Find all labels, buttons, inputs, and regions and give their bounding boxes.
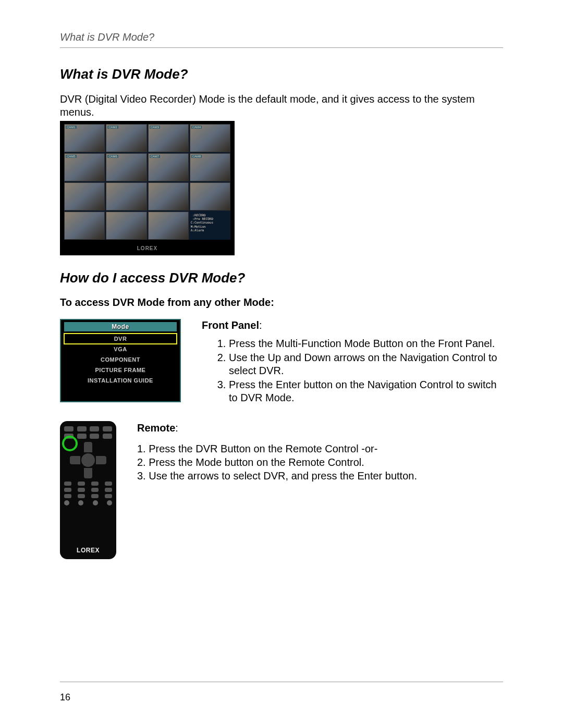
mode-menu-item-component: COMPONENT: [64, 354, 177, 365]
mode-menu-screenshot: Mode DVR VGA COMPONENT PICTURE FRAME INS…: [60, 319, 181, 402]
page-header: What is DVR Mode?: [60, 31, 503, 43]
cam-label: CAM1: [66, 126, 77, 129]
monitor-brand: LOREX: [60, 245, 235, 251]
mode-menu-item-picture-frame: PICTURE FRAME: [64, 365, 177, 375]
cam-label: CAM5: [66, 155, 77, 158]
cam-label: CAM8: [191, 155, 202, 158]
front-panel-steps: Press the Multi-Function Mode Button on …: [202, 337, 503, 404]
remote-step: 2. Press the Mode button on the Remote C…: [137, 455, 503, 469]
front-panel-instructions: Front Panel: Press the Multi-Function Mo…: [202, 319, 503, 405]
cam-label: CAM6: [107, 155, 118, 158]
section2-title: How do I access DVR Mode?: [60, 270, 503, 286]
mode-menu-item-vga: VGA: [64, 344, 177, 354]
front-panel-row: Mode DVR VGA COMPONENT PICTURE FRAME INS…: [60, 319, 503, 405]
front-panel-step: Press the Multi-Function Mode Button on …: [229, 337, 503, 350]
cam-label: CAM4: [191, 126, 202, 129]
section1-body: DVR (Digital Video Recorder) Mode is the…: [60, 93, 503, 119]
cam-label: CAM7: [150, 155, 161, 158]
status-box: :RECORD :Pre RECORD C:Continuous M:Motio…: [190, 212, 230, 240]
document-page: What is DVR Mode? What is DVR Mode? DVR …: [0, 0, 563, 728]
remote-control-image: LOREX: [60, 421, 116, 559]
remote-colon: :: [175, 422, 178, 434]
remote-instructions: Remote: 1. Press the DVR Button on the R…: [137, 421, 503, 559]
front-panel-colon: :: [259, 319, 262, 331]
divider-top: [60, 47, 503, 48]
remote-brand: LOREX: [60, 547, 116, 554]
remote-step: 1. Press the DVR Button on the Remote Co…: [137, 442, 503, 455]
page-number: 16: [60, 692, 70, 703]
dvr-screenshot: CAM1 CAM2 CAM3 CAM4 CAM5 CAM6 CAM7 CAM8 …: [60, 121, 235, 255]
mode-menu-item-dvr: DVR: [64, 334, 177, 344]
section1-title: What is DVR Mode?: [60, 66, 503, 82]
remote-row: LOREX Remote: 1. Press the DVR Button on…: [60, 421, 503, 559]
mode-menu-item-install-guide: INSTALLATION GUIDE: [64, 375, 177, 386]
camera-grid: CAM1 CAM2 CAM3 CAM4 CAM5 CAM6 CAM7 CAM8 …: [64, 124, 230, 240]
cam-label: CAM3: [150, 126, 161, 129]
section2-subheading: To access DVR Mode from any other Mode:: [60, 297, 503, 309]
mode-menu-title: Mode: [64, 322, 177, 331]
cam-label: CAM2: [107, 126, 118, 129]
remote-label: Remote: [137, 422, 175, 434]
divider-bottom: [60, 682, 503, 682]
front-panel-step: Press the Enter button on the Navigation…: [229, 378, 503, 404]
remote-step: 3. Use the arrows to select DVR, and pre…: [137, 469, 503, 483]
front-panel-label: Front Panel: [202, 319, 259, 331]
front-panel-step: Use the Up and Down arrows on the Naviga…: [229, 351, 503, 377]
